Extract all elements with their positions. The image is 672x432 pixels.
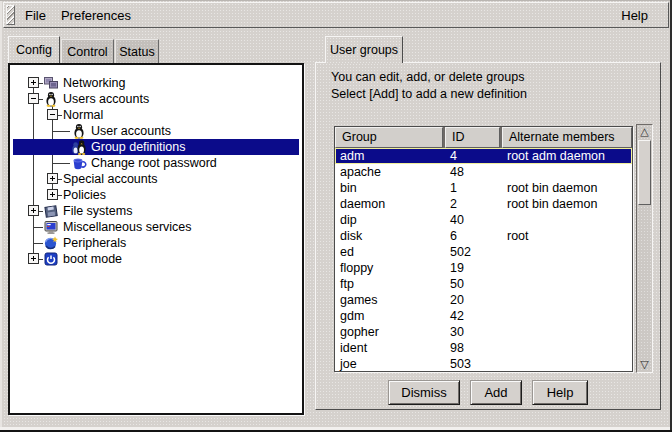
menu-item-help[interactable]: Help [618, 6, 651, 25]
panel-instruction-line1: You can edit, add, or delete groups [331, 70, 524, 84]
dismiss-button[interactable]: Dismiss [388, 380, 460, 405]
cell-id: 30 [445, 324, 502, 340]
cell-id: 4 [445, 148, 502, 164]
menu-right: Help [618, 6, 668, 25]
tree-expander-plus-icon[interactable] [28, 77, 39, 88]
tree-row-special-accounts[interactable]: Special accounts [13, 171, 299, 187]
tree-row-normal[interactable]: Normal [13, 107, 299, 123]
tab-config[interactable]: Config [8, 36, 60, 63]
menubar-grip-handle[interactable] [6, 5, 15, 25]
tree-row-user-accounts[interactable]: User accounts [13, 123, 299, 139]
peripherals-icon [43, 235, 59, 251]
penguin-icon [71, 123, 87, 139]
tab-status[interactable]: Status [115, 39, 159, 63]
tree-row-change-root-password[interactable]: Change root password [13, 155, 299, 171]
cell-alternate-members: root adm daemon [502, 148, 632, 164]
menu-items: FilePreferences [4, 6, 134, 25]
user-groups-panel: You can edit, add, or delete groups Sele… [315, 62, 661, 410]
tree-row-label: Miscellaneous services [63, 220, 192, 234]
tree-expander-plus-icon[interactable] [28, 205, 39, 216]
cell-alternate-members [502, 260, 632, 276]
cell-group: ident [335, 340, 445, 356]
mug-icon [71, 155, 87, 171]
table-row-daemon[interactable]: daemon2root bin daemon [335, 196, 632, 212]
tree-row-label: Peripherals [63, 236, 126, 250]
tree-expander-plus-icon[interactable] [28, 253, 39, 264]
cell-alternate-members [502, 164, 632, 180]
tree-row-networking[interactable]: Networking [13, 75, 299, 91]
tree-row-label: File systems [63, 204, 132, 218]
tree-row-peripherals[interactable]: Peripherals [13, 235, 299, 251]
table-row-apache[interactable]: apache48 [335, 164, 632, 180]
table-row-ed[interactable]: ed502 [335, 244, 632, 260]
menu-item-preferences[interactable]: Preferences [58, 6, 134, 25]
scrollbar-thumb[interactable] [638, 140, 651, 205]
cell-group: daemon [335, 196, 445, 212]
cell-id: 50 [445, 276, 502, 292]
cell-group: floppy [335, 260, 445, 276]
tree-expander-minus-icon[interactable] [47, 109, 58, 120]
tree-row-label: Normal [63, 108, 103, 122]
tree-row-label: boot mode [63, 252, 122, 266]
cell-group: ed [335, 244, 445, 260]
cell-id: 503 [445, 356, 502, 371]
table-row-joe[interactable]: joe503 [335, 356, 632, 371]
tree-row-label: User accounts [91, 124, 171, 138]
table-row-ftp[interactable]: ftp50 [335, 276, 632, 292]
tree-row-label: Policies [63, 188, 106, 202]
power-icon [43, 251, 59, 267]
table-scrollbar[interactable]: △ ▽ [636, 124, 653, 373]
help-button[interactable]: Help [532, 380, 588, 405]
table-row-adm[interactable]: adm4root adm daemon [335, 148, 632, 164]
cell-alternate-members [502, 276, 632, 292]
table-row-gopher[interactable]: gopher30 [335, 324, 632, 340]
groups-table: GroupIDAlternate members adm4root adm da… [334, 126, 633, 372]
cell-alternate-members [502, 340, 632, 356]
tree-row-group-definitions[interactable]: Group definitions [13, 139, 299, 155]
tree-row-miscellaneous-services[interactable]: Miscellaneous services [13, 219, 299, 235]
cell-id: 6 [445, 228, 502, 244]
cell-alternate-members [502, 308, 632, 324]
cell-group: adm [335, 148, 445, 164]
menu-item-file[interactable]: File [22, 6, 49, 25]
table-row-gdm[interactable]: gdm42 [335, 308, 632, 324]
add-button[interactable]: Add [470, 380, 522, 405]
table-row-ident[interactable]: ident98 [335, 340, 632, 356]
tree-row-file-systems[interactable]: File systems [13, 203, 299, 219]
tree-expander-minus-icon[interactable] [28, 93, 39, 104]
cell-alternate-members [502, 292, 632, 308]
action-button-row: DismissAddHelp [316, 380, 660, 405]
table-row-games[interactable]: games20 [335, 292, 632, 308]
cell-id: 2 [445, 196, 502, 212]
scroll-down-icon[interactable]: ▽ [637, 358, 652, 371]
penguin-icon [43, 91, 59, 107]
table-row-bin[interactable]: bin1root bin daemon [335, 180, 632, 196]
tree-row-label: Change root password [91, 156, 217, 170]
tree-row-label: Group definitions [91, 140, 186, 154]
tree-row-boot-mode[interactable]: boot mode [13, 251, 299, 267]
config-tree: NetworkingUsers accountsNormalUser accou… [13, 68, 299, 410]
groups-table-header: GroupIDAlternate members [335, 127, 632, 148]
cell-id: 20 [445, 292, 502, 308]
scroll-up-icon[interactable]: △ [637, 125, 652, 138]
table-row-dip[interactable]: dip40 [335, 212, 632, 228]
tab-user-groups[interactable]: User groups [325, 36, 403, 63]
table-row-floppy[interactable]: floppy19 [335, 260, 632, 276]
tree-row-users-accounts[interactable]: Users accounts [13, 91, 299, 107]
groups-table-body: adm4root adm daemonapache48bin1root bin … [335, 148, 632, 371]
column-header-alternate-members[interactable]: Alternate members [502, 127, 632, 148]
tab-control[interactable]: Control [61, 39, 114, 63]
table-row-disk[interactable]: disk6root [335, 228, 632, 244]
column-header-id[interactable]: ID [445, 127, 500, 148]
tree-row-policies[interactable]: Policies [13, 187, 299, 203]
linuxconf-window: FilePreferences Help ConfigControlStatus… [0, 0, 672, 432]
cell-group: ftp [335, 276, 445, 292]
cell-group: games [335, 292, 445, 308]
monitor-icon [43, 219, 59, 235]
cell-group: gopher [335, 324, 445, 340]
column-header-group[interactable]: Group [335, 127, 443, 148]
tree-expander-plus-icon[interactable] [47, 189, 58, 200]
tree-row-label: Users accounts [63, 92, 149, 106]
cell-id: 40 [445, 212, 502, 228]
tree-expander-plus-icon[interactable] [47, 173, 58, 184]
